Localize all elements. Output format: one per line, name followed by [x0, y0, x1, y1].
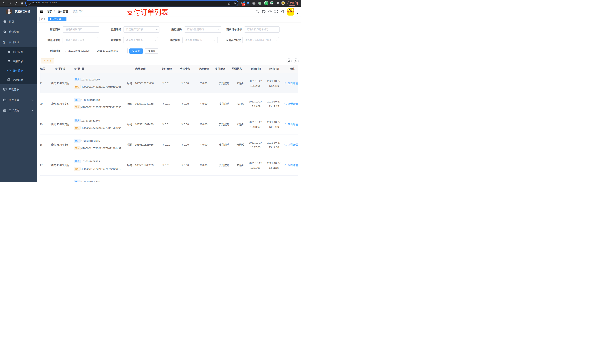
svg-text:⌘: ⌘ [253, 2, 255, 4]
svg-text:¥: ¥ [9, 69, 10, 72]
svg-text:10: 10 [243, 3, 245, 6]
